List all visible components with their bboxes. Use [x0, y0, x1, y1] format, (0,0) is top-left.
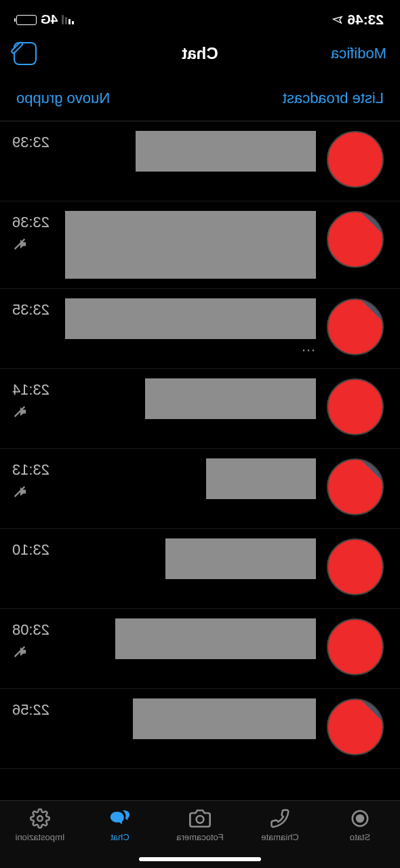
chat-time: 22:56: [12, 701, 49, 719]
chat-time: 23:13: [12, 461, 49, 479]
tab-camera-label: Fotocamera: [176, 832, 223, 842]
chat-icon: [108, 808, 132, 829]
chat-list: 23:3923:36…23:3523:1423:1323:1023:0822:5…: [0, 121, 400, 769]
status-time: 23:46: [347, 12, 384, 28]
gear-icon: [30, 808, 50, 829]
new-group-button[interactable]: Nuovo gruppo: [16, 90, 110, 107]
chat-row[interactable]: 23:08: [0, 609, 400, 689]
camera-icon: [189, 808, 211, 829]
chat-row[interactable]: …23:35: [0, 289, 400, 369]
avatar[interactable]: [327, 538, 384, 595]
avatar[interactable]: [327, 698, 384, 755]
chat-row[interactable]: 23:14: [0, 369, 400, 449]
chat-name-redacted: [136, 131, 316, 172]
chat-name-redacted: [206, 458, 316, 499]
broadcast-lists-button[interactable]: Liste broadcast: [283, 90, 384, 107]
tab-chat-label: Chat: [111, 832, 129, 842]
compose-icon[interactable]: [14, 42, 37, 65]
tab-settings-label: Impostazioni: [16, 832, 65, 842]
avatar[interactable]: [327, 298, 384, 355]
signal-icon: [62, 15, 74, 24]
chat-name-redacted: [133, 698, 316, 739]
chat-name-redacted: [165, 538, 316, 579]
chat-row[interactable]: 23:13: [0, 449, 400, 529]
chat-time: 23:35: [12, 301, 49, 319]
chat-time: 23:10: [12, 541, 49, 559]
svg-point-5: [357, 815, 363, 822]
svg-point-6: [197, 816, 204, 823]
avatar[interactable]: [327, 378, 384, 435]
battery-icon: [16, 15, 37, 25]
tab-calls-label: Chiamate: [261, 832, 299, 842]
chat-time: 23:39: [12, 134, 49, 151]
tab-chat[interactable]: Chat: [80, 808, 160, 842]
tab-settings[interactable]: Impostazioni: [0, 808, 80, 842]
mute-icon: [12, 404, 27, 423]
chat-time: 23:36: [12, 214, 49, 231]
chat-time: 23:14: [12, 381, 49, 399]
tab-status[interactable]: Stato: [320, 808, 400, 842]
mute-icon: [12, 644, 27, 663]
chat-time: 23:08: [12, 621, 49, 639]
status-icon: [350, 808, 370, 829]
svg-point-7: [37, 816, 43, 821]
edit-button[interactable]: Modifica: [319, 45, 386, 62]
avatar[interactable]: [327, 458, 384, 515]
mute-icon: [12, 237, 27, 256]
mute-icon: [12, 484, 27, 503]
chat-name-redacted: [145, 378, 316, 419]
chat-row[interactable]: 23:36: [0, 201, 400, 289]
tab-camera[interactable]: Fotocamera: [160, 808, 240, 842]
chat-name-redacted: [65, 211, 316, 279]
chat-row[interactable]: 23:39: [0, 121, 400, 201]
nav-header: Modifica Chat: [0, 34, 400, 79]
tab-status-label: Stato: [350, 832, 370, 842]
chat-name-redacted: [115, 618, 316, 659]
chat-row[interactable]: 22:56: [0, 689, 400, 769]
page-title: Chat: [182, 44, 218, 63]
chat-name-redacted: [65, 298, 316, 339]
tab-calls[interactable]: Chiamate: [240, 808, 320, 842]
location-icon: [332, 12, 347, 28]
home-indicator[interactable]: [139, 857, 261, 861]
chat-row[interactable]: 23:10: [0, 529, 400, 609]
network-label: 4G: [41, 12, 58, 27]
avatar[interactable]: [327, 211, 384, 268]
phone-icon: [270, 808, 290, 829]
status-bar: 23:46 4G: [0, 0, 400, 34]
avatar[interactable]: [327, 131, 384, 188]
sub-header: Liste broadcast Nuovo gruppo: [0, 79, 400, 121]
chat-preview: …: [60, 343, 316, 350]
avatar[interactable]: [327, 618, 384, 675]
